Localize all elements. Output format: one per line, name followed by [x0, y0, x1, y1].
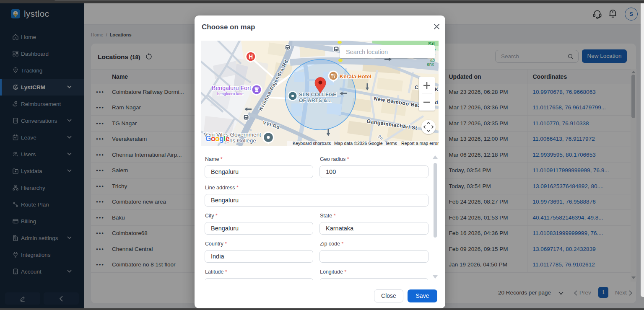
svg-text:benglooru kote: benglooru kote [217, 91, 244, 96]
svg-text:Kerala Hotel: Kerala Hotel [340, 73, 371, 80]
svg-text:SLN COLLEGE: SLN COLLEGE [299, 92, 337, 98]
svg-text:Report a map error: Report a map error [401, 141, 439, 146]
svg-text:Bengaluru Fort: Bengaluru Fort [212, 85, 251, 91]
svg-text:G: G [205, 134, 211, 143]
svg-text:Terms: Terms [385, 141, 397, 146]
svg-text:o: o [211, 134, 215, 143]
svg-text:enx: enx [427, 62, 434, 67]
svg-text:d: d [435, 100, 438, 106]
svg-text:OF ARTS &...: OF ARTS &... [299, 98, 332, 103]
svg-text:Search location: Search location [346, 49, 388, 55]
svg-text:Keyboard shortcuts: Keyboard shortcuts [293, 141, 331, 146]
svg-text:H: H [249, 53, 253, 60]
svg-text:e: e [226, 134, 230, 143]
svg-text:l: l [223, 134, 225, 143]
svg-text:C: C [415, 85, 418, 90]
svg-text:Map data ©2026 Google: Map data ©2026 Google [334, 141, 383, 146]
svg-text:g: g [219, 134, 223, 143]
svg-text:o: o [215, 134, 219, 143]
svg-text:Kl: Kl [435, 87, 439, 93]
